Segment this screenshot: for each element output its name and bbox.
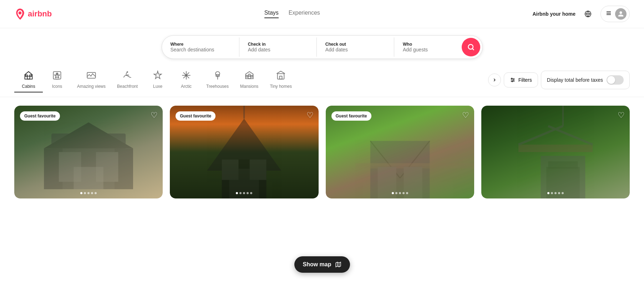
category-tiny-homes[interactable]: Tiny homes <box>264 67 298 92</box>
category-treehouses[interactable]: Treehouses <box>201 67 234 92</box>
header-right: Airbnb your home <box>532 6 630 22</box>
dot <box>250 192 252 194</box>
svg-point-31 <box>513 80 514 81</box>
logo[interactable]: airbnb <box>14 8 52 20</box>
beachfront-label: Beachfront <box>117 84 138 89</box>
tab-experiences[interactable]: Experiences <box>289 10 320 18</box>
dot <box>395 192 397 194</box>
category-amazing-views[interactable]: Amazing views <box>71 67 111 92</box>
dot <box>236 192 238 194</box>
dot <box>392 192 394 194</box>
where-field[interactable]: Where Search destinations <box>162 37 239 57</box>
category-arctic[interactable]: Arctic <box>172 67 201 92</box>
icons-icon <box>52 70 62 82</box>
dot <box>87 192 90 194</box>
dot <box>91 192 93 194</box>
tab-stays[interactable]: Stays <box>264 10 279 18</box>
luxe-icon <box>153 70 163 82</box>
logo-text: airbnb <box>28 9 52 19</box>
arctic-label: Arctic <box>181 84 192 89</box>
user-menu-button[interactable] <box>600 6 630 22</box>
wishlist-button[interactable]: ♡ <box>151 111 158 120</box>
treehouses-label: Treehouses <box>206 84 229 89</box>
listing-card[interactable]: Guest favourite ♡ <box>326 106 474 198</box>
listing-image: Guest favourite ♡ <box>326 106 474 198</box>
dot <box>247 192 249 194</box>
amazing-views-label: Amazing views <box>77 84 106 89</box>
who-input[interactable]: Add guests <box>403 47 451 52</box>
checkout-label: Check out <box>325 42 385 47</box>
svg-rect-8 <box>26 75 27 77</box>
svg-point-30 <box>511 78 512 79</box>
guest-favourite-badge: Guest favourite <box>331 111 371 121</box>
language-button[interactable] <box>581 7 595 21</box>
checkin-field[interactable]: Check in Add dates <box>239 37 317 57</box>
carousel-dots <box>14 192 163 194</box>
listing-image: ♡ <box>481 106 630 198</box>
who-label: Who <box>403 42 451 47</box>
category-luxe[interactable]: Luxe <box>143 67 172 92</box>
svg-rect-7 <box>27 76 30 79</box>
svg-rect-26 <box>280 76 282 79</box>
svg-rect-23 <box>246 75 248 77</box>
arctic-icon <box>181 70 191 82</box>
guest-favourite-badge: Guest favourite <box>176 111 215 121</box>
svg-point-32 <box>512 81 513 82</box>
cabins-icon <box>24 70 34 82</box>
toggle-knob <box>607 76 615 84</box>
header: airbnb Stays Experiences Airbnb your hom… <box>0 0 644 28</box>
wishlist-button[interactable]: ♡ <box>462 111 469 120</box>
beachfront-icon <box>122 70 132 82</box>
treehouses-icon <box>213 70 223 82</box>
category-icons[interactable]: Icons <box>43 67 71 92</box>
scroll-right-button[interactable] <box>488 74 501 86</box>
airbnb-home-link[interactable]: Airbnb your home <box>532 11 575 17</box>
svg-rect-54 <box>518 145 593 152</box>
listing-image: Guest favourite ♡ <box>14 106 163 198</box>
dot <box>558 192 560 194</box>
search-section: Where Search destinations Check in Add d… <box>0 28 644 63</box>
filters-button[interactable]: Filters <box>504 72 538 87</box>
mansions-label: Mansions <box>240 84 258 89</box>
where-label: Where <box>171 42 230 47</box>
checkout-field[interactable]: Check out Add dates <box>317 37 394 57</box>
carousel-dots <box>326 192 474 194</box>
category-bar: Cabins Icons Amazing views <box>0 63 644 97</box>
listing-card[interactable]: Guest favourite ♡ <box>14 106 163 198</box>
dot <box>243 192 245 194</box>
listing-card[interactable]: Guest favourite ♡ <box>170 106 318 198</box>
who-field[interactable]: Who Add guests <box>394 37 460 57</box>
wishlist-button[interactable]: ♡ <box>618 111 625 120</box>
checkin-label: Check in <box>248 42 308 47</box>
wishlist-button[interactable]: ♡ <box>306 111 314 120</box>
svg-rect-9 <box>30 75 32 77</box>
listings-grid: Guest favourite ♡ Guest favourite ♡ <box>0 97 644 207</box>
categories-list: Cabins Icons Amazing views <box>14 67 485 92</box>
search-button[interactable] <box>462 38 480 56</box>
svg-point-13 <box>127 72 128 72</box>
svg-rect-22 <box>248 76 250 79</box>
svg-line-56 <box>548 126 593 145</box>
svg-rect-49 <box>355 163 474 166</box>
tiny-homes-icon <box>276 70 286 82</box>
category-cabins[interactable]: Cabins <box>14 67 43 92</box>
svg-rect-45 <box>250 160 267 180</box>
listing-card[interactable]: ♡ <box>481 106 630 198</box>
amazing-views-icon <box>86 70 96 82</box>
taxes-toggle-switch[interactable] <box>607 75 624 85</box>
dot <box>554 192 557 194</box>
main-nav: Stays Experiences <box>264 10 320 18</box>
svg-rect-24 <box>251 75 253 77</box>
category-beachfront[interactable]: Beachfront <box>111 67 143 92</box>
dot <box>80 192 82 194</box>
where-input[interactable]: Search destinations <box>171 47 230 52</box>
avatar <box>615 8 627 20</box>
svg-rect-59 <box>548 161 578 169</box>
checkout-value[interactable]: Add dates <box>325 47 385 52</box>
filters-label: Filters <box>518 77 532 83</box>
checkin-value[interactable]: Add dates <box>248 47 308 52</box>
category-mansions[interactable]: Mansions <box>234 67 264 92</box>
dot <box>547 192 549 194</box>
dot <box>95 192 97 194</box>
dot <box>239 192 242 194</box>
